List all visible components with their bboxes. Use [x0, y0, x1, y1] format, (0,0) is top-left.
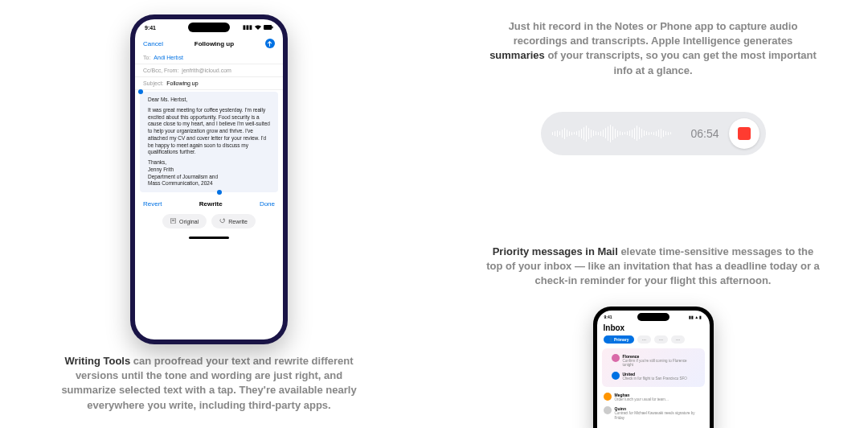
svg-rect-1 — [272, 26, 272, 28]
avatar — [612, 354, 620, 362]
recording-card: Just hit record in the Notes or Phone ap… — [438, 0, 868, 198]
avatar — [604, 393, 612, 401]
mail-header: Inbox 👤 Primary ⋯ ⋯ ⋯ — [597, 323, 710, 344]
mail-tabs: 👤 Primary ⋯ ⋯ ⋯ — [604, 335, 703, 344]
phone-mockup: 9:41 ▮▮▮ Cancel Following up — [130, 14, 288, 344]
status-time: 9:41 — [145, 25, 156, 31]
caption-lead: Writing Tools — [64, 355, 130, 367]
message-preview: Check in for flight to San Francisco SFO — [623, 377, 687, 381]
avatar — [604, 406, 612, 414]
signal-icon: ▮▮▮ — [243, 24, 252, 31]
mail-screen: 9:41 ▮▮ ▲ ▮ Inbox 👤 Primary ⋯ ⋯ ⋯ — [597, 311, 710, 428]
status-icons: ▮▮▮ — [243, 24, 273, 31]
svg-rect-0 — [264, 25, 272, 30]
message-preview: Confirm if you're still coming to Floren… — [623, 359, 695, 368]
to-value: Andi Herbst — [154, 55, 183, 60]
cc-bcc-field[interactable]: Cc/Bcc, From: jenfrith@icloud.com — [135, 64, 283, 77]
writing-tools-card: 9:41 ▮▮▮ Cancel Following up — [0, 0, 418, 428]
message-text: Florence Confirm if you're still coming … — [623, 354, 695, 368]
original-pill[interactable]: Original — [162, 214, 207, 228]
caption-bold: Priority messages in Mail — [493, 245, 618, 257]
right-column: Just hit record in the Notes or Phone ap… — [438, 0, 868, 428]
recording-caption: Just hit record in the Notes or Phone ap… — [462, 19, 844, 78]
phone-screen: 9:41 ▮▮▮ Cancel Following up — [135, 19, 283, 340]
stop-record-button[interactable] — [729, 118, 760, 149]
rewrite-title: Rewrite — [199, 200, 223, 208]
status-icons: ▮▮ ▲ ▮ — [689, 315, 702, 319]
list-item[interactable]: Meghan Order lunch your usual for team… — [597, 390, 710, 404]
rewrite-options: Original Rewrite — [135, 211, 283, 235]
message-preview: Order lunch your usual for team… — [615, 397, 669, 401]
to-label: To: — [143, 55, 150, 60]
message-list: Florence Confirm if you're still coming … — [597, 348, 710, 422]
list-item[interactable]: United Check in for flight to San Franci… — [605, 369, 702, 383]
priority-caption: Priority messages in Mail elevate time-s… — [462, 245, 844, 289]
original-label: Original — [179, 219, 199, 224]
rewrite-icon — [219, 218, 225, 224]
body-signoff2: Jenny Frith — [148, 167, 270, 174]
cancel-button[interactable]: Cancel — [143, 40, 163, 47]
priority-group: Florence Confirm if you're still coming … — [602, 348, 705, 387]
caption-bold: summaries — [489, 49, 545, 61]
avatar — [612, 372, 620, 380]
rewrite-pill[interactable]: Rewrite — [211, 214, 256, 228]
writing-tools-toolbar: Revert Rewrite Done — [135, 194, 283, 211]
home-indicator[interactable] — [189, 237, 229, 239]
compose-navbar: Cancel Following up — [135, 35, 283, 51]
person-icon: 👤 — [608, 337, 613, 342]
phone-notch — [188, 23, 230, 32]
revert-button[interactable]: Revert — [143, 200, 162, 208]
subject-label: Subject: — [143, 80, 163, 86]
caption-pre: Just hit record in the Notes or Phone ap… — [509, 20, 798, 47]
writing-tools-caption: Writing Tools can proofread your text an… — [56, 354, 362, 413]
ccbcc-label: Cc/Bcc, From: — [143, 68, 178, 73]
body-greeting: Dear Ms. Herbst, — [148, 97, 270, 104]
phone-notch — [637, 313, 669, 321]
doc-icon — [170, 218, 176, 224]
message-text: United Check in for flight to San Franci… — [623, 372, 687, 381]
stop-icon — [738, 127, 751, 140]
recording-time: 06:54 — [690, 127, 719, 140]
priority-mail-card: Priority messages in Mail elevate time-s… — [438, 219, 868, 428]
list-item[interactable]: Quinn Contract for Michael Kawasaki need… — [597, 404, 710, 422]
done-button[interactable]: Done — [260, 200, 275, 208]
mail-phone-mockup: 9:41 ▮▮ ▲ ▮ Inbox 👤 Primary ⋯ ⋯ ⋯ — [593, 307, 714, 428]
subject-field[interactable]: Subject: Following up — [135, 77, 283, 90]
tab-other-1[interactable]: ⋯ — [637, 335, 651, 344]
selection-handle-start[interactable] — [138, 89, 143, 94]
email-body-selection[interactable]: Dear Ms. Herbst, It was great meeting fo… — [140, 92, 278, 192]
wifi-icon — [255, 25, 261, 31]
subject-value: Following up — [166, 80, 198, 86]
tab-other-2[interactable]: ⋯ — [654, 335, 668, 344]
body-paragraph: It was great meeting for coffee yesterda… — [148, 107, 270, 156]
rewrite-label: Rewrite — [228, 219, 248, 224]
body-signoff4: Mass Communication, 2024 — [148, 180, 270, 187]
status-time: 9:41 — [604, 315, 612, 319]
message-text: Quinn Contract for Michael Kawasaki need… — [615, 406, 703, 420]
caption-post: of your transcripts, so you can get the … — [545, 49, 817, 76]
send-button[interactable] — [265, 39, 275, 48]
waveform — [552, 123, 682, 144]
list-item[interactable]: Florence Confirm if you're still coming … — [605, 352, 702, 370]
body-signoff3: Department of Journalism and — [148, 174, 270, 181]
tab-primary[interactable]: 👤 Primary — [604, 335, 634, 344]
tab-label: Primary — [614, 337, 629, 342]
recording-bar: 06:54 — [541, 112, 766, 155]
nav-title: Following up — [194, 40, 234, 47]
body-signoff1: Thanks, — [148, 159, 270, 167]
battery-icon — [264, 25, 273, 31]
ccbcc-value: jenfrith@icloud.com — [182, 68, 231, 73]
tab-other-3[interactable]: ⋯ — [671, 335, 685, 344]
message-preview: Contract for Michael Kawasaki needs sign… — [615, 411, 703, 420]
message-text: Meghan Order lunch your usual for team… — [615, 393, 669, 401]
to-field[interactable]: To: Andi Herbst — [135, 51, 283, 64]
inbox-title: Inbox — [604, 323, 703, 332]
